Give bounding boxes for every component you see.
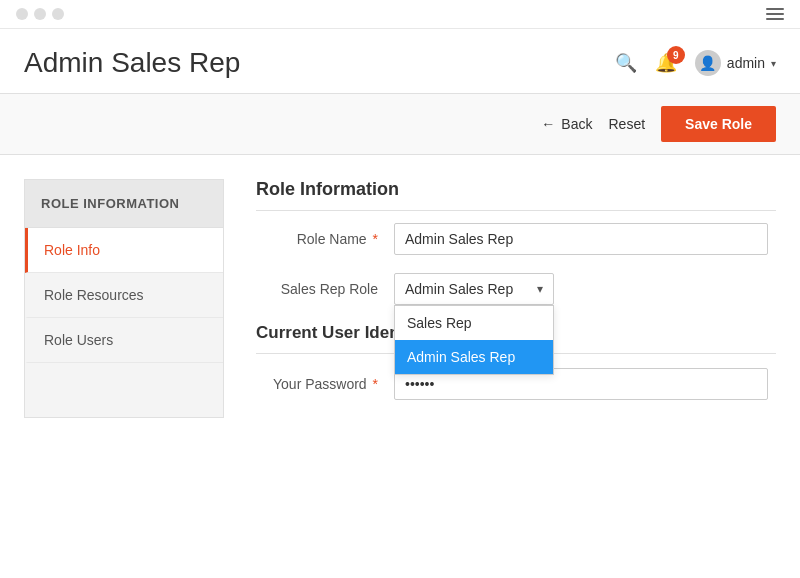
- window-dots: [16, 8, 64, 20]
- dot-red: [16, 8, 28, 20]
- sales-rep-role-dropdown-wrapper: Admin Sales Rep ▾ Sales Rep Admin Sales …: [394, 273, 554, 305]
- dropdown-menu: Sales Rep Admin Sales Rep: [394, 305, 554, 375]
- sidebar-item-role-resources[interactable]: Role Resources: [25, 273, 223, 318]
- save-label: Save Role: [685, 116, 752, 132]
- back-button[interactable]: ← Back: [541, 116, 592, 132]
- user-icon: 👤: [699, 55, 716, 71]
- sales-rep-role-group: Sales Rep Role Admin Sales Rep ▾ Sales R…: [256, 273, 776, 305]
- notification-button[interactable]: 🔔 9: [655, 52, 677, 74]
- back-arrow-icon: ←: [541, 116, 555, 132]
- sales-rep-role-dropdown[interactable]: Admin Sales Rep ▾: [394, 273, 554, 305]
- avatar: 👤: [695, 50, 721, 76]
- toolbar: ← Back Reset Save Role: [0, 93, 800, 155]
- dropdown-arrow-icon: ▾: [537, 282, 543, 296]
- page-header: Admin Sales Rep 🔍 🔔 9 👤 admin ▾: [0, 29, 800, 93]
- required-star: *: [373, 231, 378, 247]
- form-section-title: Role Information: [256, 179, 776, 211]
- password-required-star: *: [373, 376, 378, 392]
- chevron-down-icon: ▾: [771, 58, 776, 69]
- reset-button[interactable]: Reset: [608, 116, 645, 132]
- user-name-label: admin: [727, 55, 765, 71]
- role-name-group: Role Name *: [256, 223, 776, 255]
- dot-green: [52, 8, 64, 20]
- title-bar: [0, 0, 800, 29]
- back-label: Back: [561, 116, 592, 132]
- sidebar-item-label: Role Users: [44, 332, 113, 348]
- sidebar-section-header: ROLE INFORMATION: [25, 180, 223, 228]
- sidebar-item-role-users[interactable]: Role Users: [25, 318, 223, 363]
- form-area: Role Information Role Name * Sales Rep R…: [256, 179, 776, 418]
- dropdown-option-sales-rep[interactable]: Sales Rep: [395, 306, 553, 340]
- dot-yellow: [34, 8, 46, 20]
- main-content: ROLE INFORMATION Role Info Role Resource…: [0, 155, 800, 442]
- sales-rep-role-label: Sales Rep Role: [264, 273, 394, 297]
- sidebar-item-label: Role Resources: [44, 287, 144, 303]
- role-name-input[interactable]: [394, 223, 768, 255]
- password-label: Your Password *: [264, 368, 394, 392]
- menu-icon[interactable]: [766, 8, 784, 20]
- search-icon: 🔍: [615, 53, 637, 73]
- user-menu[interactable]: 👤 admin ▾: [695, 50, 776, 76]
- search-button[interactable]: 🔍: [615, 52, 637, 74]
- dropdown-selected-value: Admin Sales Rep: [405, 281, 513, 297]
- sidebar: ROLE INFORMATION Role Info Role Resource…: [24, 179, 224, 418]
- sidebar-item-role-info[interactable]: Role Info: [25, 228, 223, 273]
- save-button[interactable]: Save Role: [661, 106, 776, 142]
- page-title: Admin Sales Rep: [24, 47, 615, 79]
- notification-badge: 9: [667, 46, 685, 64]
- reset-label: Reset: [608, 116, 645, 132]
- role-name-label: Role Name *: [264, 223, 394, 247]
- sidebar-item-label: Role Info: [44, 242, 100, 258]
- dropdown-option-admin-sales-rep[interactable]: Admin Sales Rep: [395, 340, 553, 374]
- header-actions: 🔍 🔔 9 👤 admin ▾: [615, 50, 776, 76]
